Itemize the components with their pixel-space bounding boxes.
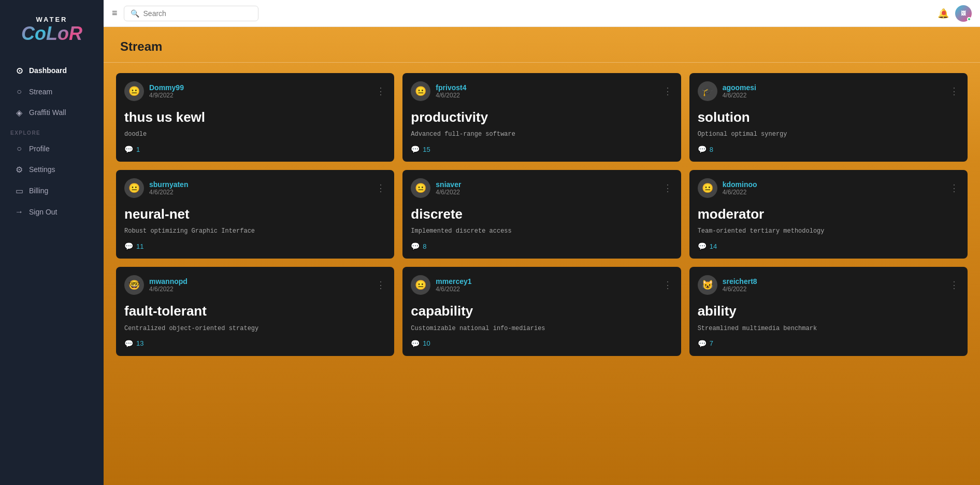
card-username-6[interactable]: kdominoo [723,180,757,189]
card-date-8: 4/6/2022 [436,286,471,293]
search-box: 🔍 [124,6,258,21]
avatar-initials: 🖼 [961,10,966,16]
stream-card-2[interactable]: 😐 fprivost4 4/6/2022 ⋮ productivity Adva… [402,73,681,162]
comment-count-3: 8 [710,146,713,153]
card-user-info-8: 😐 mmercey1 4/6/2022 [411,275,471,295]
card-date-6: 4/6/2022 [723,189,757,196]
profile-icon: ○ [15,144,24,153]
card-comments-9[interactable]: 💬 7 [698,339,959,348]
sidebar-label-profile: Profile [29,145,50,153]
comment-count-4: 11 [136,243,143,250]
card-comments-3[interactable]: 💬 8 [698,145,959,153]
card-description-6: Team-oriented tertiary methodology [698,227,959,235]
card-header-1: 😐 Dommy99 4/9/2022 ⋮ [124,81,386,101]
card-more-menu-5[interactable]: ⋮ [663,182,673,194]
comment-count-8: 10 [423,339,430,347]
stream-card-9[interactable]: 😺 sreichert8 4/6/2022 ⋮ ability Streamli… [689,267,968,355]
logo-area: WATER CoLoR [0,5,104,60]
card-avatar-3: 🎓 [698,81,717,101]
comment-icon-6: 💬 [698,242,707,250]
card-avatar-2: 😐 [411,81,430,101]
card-title-2: productivity [411,109,672,125]
card-username-8[interactable]: mmercey1 [436,277,471,286]
card-comments-4[interactable]: 💬 11 [124,242,386,250]
sidebar-item-graffiti-wall[interactable]: ◈ Graffiti Wall [4,103,99,123]
card-comments-1[interactable]: 💬 1 [124,145,386,153]
sidebar-label-billing: Billing [29,187,48,195]
card-more-menu-1[interactable]: ⋮ [376,85,386,97]
stream-card-8[interactable]: 😐 mmercey1 4/6/2022 ⋮ capability Customi… [402,267,681,355]
card-description-7: Centralized object-oriented strategy [124,325,386,332]
logo-color: CoLoR [5,23,98,44]
card-title-9: ability [698,303,959,319]
stream-card-3[interactable]: 🎓 agoomesi 4/6/2022 ⋮ solution Optional … [689,73,968,162]
card-comments-6[interactable]: 💬 14 [698,242,959,250]
card-more-menu-2[interactable]: ⋮ [663,85,673,97]
card-title-1: thus us kewl [124,109,386,125]
stream-card-1[interactable]: 😐 Dommy99 4/9/2022 ⋮ thus us kewl doodle… [116,73,394,162]
card-comments-8[interactable]: 💬 10 [411,339,672,348]
stream-card-6[interactable]: 😐 kdominoo 4/6/2022 ⋮ moderator Team-ori… [689,170,968,259]
comment-icon-3: 💬 [698,145,707,153]
notification-bell[interactable]: 🔔 [938,8,949,19]
sidebar-item-profile[interactable]: ○ Profile [4,139,99,159]
card-title-8: capability [411,303,672,319]
card-more-menu-4[interactable]: ⋮ [376,182,386,194]
card-more-menu-9[interactable]: ⋮ [949,279,959,291]
online-status-dot [967,17,971,21]
card-more-menu-3[interactable]: ⋮ [949,85,959,97]
card-avatar-8: 😐 [411,275,430,295]
card-more-menu-7[interactable]: ⋮ [376,279,386,291]
card-more-menu-6[interactable]: ⋮ [949,182,959,194]
search-icon: 🔍 [131,9,139,18]
card-username-9[interactable]: sreichert8 [723,277,757,286]
card-header-5: 😐 sniaver 4/6/2022 ⋮ [411,178,672,198]
content-header: Stream [104,27,980,63]
sidebar-label-dashboard: Dashboard [29,66,67,75]
card-title-6: moderator [698,206,959,222]
card-title-7: fault-tolerant [124,303,386,319]
card-avatar-7: 🤓 [124,275,144,295]
comment-icon-8: 💬 [411,339,420,348]
sidebar-item-billing[interactable]: ▭ Billing [4,181,99,201]
card-username-2[interactable]: fprivost4 [436,83,466,92]
comment-count-1: 1 [136,146,140,153]
card-header-8: 😐 mmercey1 4/6/2022 ⋮ [411,275,672,295]
sidebar-item-dashboard[interactable]: ⊙ Dashboard [4,61,99,81]
card-more-menu-8[interactable]: ⋮ [663,279,673,291]
card-date-2: 4/6/2022 [436,92,466,99]
user-avatar-badge[interactable]: 🖼 [955,5,972,22]
stream-card-7[interactable]: 🤓 mwannopd 4/6/2022 ⋮ fault-tolerant Cen… [116,267,394,355]
card-avatar-4: 😐 [124,178,144,198]
comment-icon-9: 💬 [698,339,707,348]
content-area: Stream 😐 Dommy99 4/9/2022 ⋮ thus us kewl… [104,27,980,485]
sidebar-label-settings: Settings [29,165,55,174]
card-comments-7[interactable]: 💬 13 [124,339,386,348]
card-user-info-2: 😐 fprivost4 4/6/2022 [411,81,466,101]
stream-card-5[interactable]: 😐 sniaver 4/6/2022 ⋮ discrete Implemente… [402,170,681,259]
card-comments-2[interactable]: 💬 15 [411,145,672,153]
card-description-3: Optional optimal synergy [698,131,959,138]
card-description-2: Advanced full-range software [411,131,672,138]
sidebar-item-stream[interactable]: ○ Stream [4,82,99,102]
card-comments-5[interactable]: 💬 8 [411,242,672,250]
card-username-5[interactable]: sniaver [436,180,461,189]
sidebar-item-settings[interactable]: ⚙ Settings [4,160,99,180]
sidebar-label-graffiti-wall: Graffiti Wall [29,108,66,117]
stream-card-4[interactable]: 😐 sburnyaten 4/6/2022 ⋮ neural-net Robus… [116,170,394,259]
logo-water: WATER [5,16,98,23]
card-description-8: Customizable national info-mediaries [411,325,672,332]
card-avatar-9: 😺 [698,275,717,295]
sign-out-icon: → [15,207,24,217]
card-avatar-6: 😐 [698,178,717,198]
billing-icon: ▭ [15,186,24,196]
card-user-info-1: 😐 Dommy99 4/9/2022 [124,81,184,101]
sidebar-item-sign-out[interactable]: → Sign Out [4,202,99,222]
hamburger-icon[interactable]: ≡ [112,8,118,19]
card-username-4[interactable]: sburnyaten [149,180,188,189]
card-username-1[interactable]: Dommy99 [149,83,184,92]
search-input[interactable] [143,9,252,18]
comment-count-5: 8 [423,243,426,250]
card-username-7[interactable]: mwannopd [149,277,188,286]
card-username-3[interactable]: agoomesi [723,83,756,92]
